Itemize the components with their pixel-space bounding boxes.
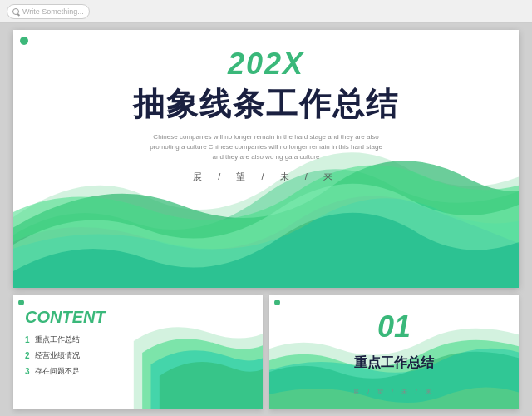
thumbnail-row: CONTENT 1 重点工作总结 2 经营业绩情况 3 存在问题不足 [13,295,519,409]
list-item: 3 存在问题不足 [25,366,80,377]
main-slide[interactable]: 202X 抽象线条工作总结 Chinese companies will no … [13,30,519,288]
thumb-content-slide[interactable]: CONTENT 1 重点工作总结 2 经营业绩情况 3 存在问题不足 [13,295,263,409]
corner-dot [20,37,28,45]
tagline: 展 / 望 / 未 / 来 [193,171,339,183]
search-icon [12,8,19,15]
main-title: 抽象线条工作总结 [133,83,399,126]
slide-container: 202X 抽象线条工作总结 Chinese companies will no … [0,23,532,416]
list-item: 1 重点工作总结 [25,334,80,345]
thumb-dot-right [274,300,280,305]
top-bar: Write Something... [0,0,532,23]
subtitle-en: Chinese companies will no longer remain … [150,132,382,162]
content-label: CONTENT [25,308,106,327]
thumb-dot-left [18,300,24,305]
slide-subtitle: 重点工作总结 [354,354,434,372]
year-text: 202X [228,47,304,82]
search-box[interactable]: Write Something... [7,4,90,19]
list-item: 2 经营业绩情况 [25,350,80,361]
content-list: 1 重点工作总结 2 经营业绩情况 3 存在问题不足 [25,334,80,382]
slide-number: 01 [377,310,411,344]
main-slide-content: 202X 抽象线条工作总结 Chinese companies will no … [13,30,519,288]
slide-tagline: 展 / 望 / 未 / 来 [353,388,435,396]
search-placeholder: Write Something... [22,7,84,16]
thumb-section-slide[interactable]: 01 重点工作总结 展 / 望 / 未 / 来 [269,295,519,409]
